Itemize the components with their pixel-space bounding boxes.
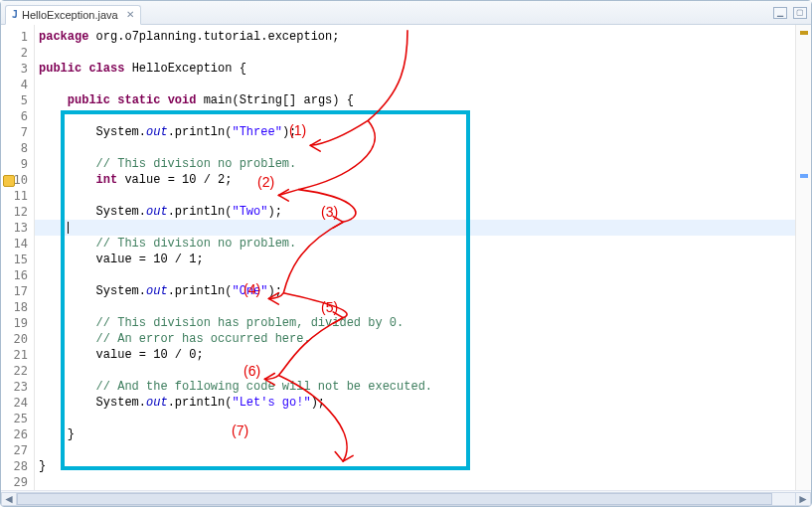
editor-body: 1234567891011121314151617181920212223242…: [1, 25, 811, 490]
line-number: 29: [1, 474, 34, 490]
code-line[interactable]: [35, 442, 811, 458]
code-line[interactable]: System.out.println("Two");: [35, 204, 811, 220]
line-number: 8: [1, 140, 34, 156]
code-line[interactable]: [35, 363, 811, 379]
line-number-gutter: 1234567891011121314151617181920212223242…: [1, 25, 35, 490]
horizontal-scrollbar[interactable]: ◄ ►: [1, 490, 811, 506]
line-number: 20: [1, 331, 34, 347]
code-line[interactable]: [35, 267, 811, 283]
overview-ruler[interactable]: [795, 25, 811, 490]
code-line[interactable]: // This division has problem, divided by…: [35, 315, 811, 331]
line-number: 25: [1, 411, 34, 426]
code-area[interactable]: package org.o7planning.tutorial.exceptio…: [35, 25, 811, 490]
line-number: 10: [1, 172, 34, 188]
code-line[interactable]: // And the following code will not be ex…: [35, 379, 811, 395]
code-line[interactable]: public static void main(String[] args) {: [35, 92, 811, 108]
line-number: 17: [1, 283, 34, 299]
line-number: 11: [1, 188, 34, 204]
file-tab-label: HelloException.java: [22, 9, 118, 21]
line-number: 1: [1, 29, 34, 45]
scroll-right-icon[interactable]: ►: [795, 492, 811, 506]
line-number: 6: [1, 108, 34, 124]
code-line[interactable]: int value = 10 / 2;: [35, 172, 811, 188]
code-line[interactable]: [35, 474, 811, 490]
code-line[interactable]: [35, 45, 811, 61]
code-line[interactable]: [35, 299, 811, 315]
line-number: 7: [1, 124, 34, 140]
code-line[interactable]: // This division no problem.: [35, 236, 811, 252]
code-line[interactable]: System.out.println("One");: [35, 283, 811, 299]
code-line[interactable]: value = 10 / 0;: [35, 347, 811, 363]
java-file-icon: J: [12, 9, 18, 20]
line-number: 26: [1, 426, 34, 442]
line-number: 12: [1, 204, 34, 220]
code-line[interactable]: [35, 108, 811, 124]
line-number: 13: [1, 220, 34, 236]
close-icon[interactable]: ✕: [126, 9, 134, 20]
line-number: 23: [1, 379, 34, 395]
code-line[interactable]: // An error has occurred here.: [35, 331, 811, 347]
titlebar: J HelloException.java ✕ ▁ ▢: [1, 1, 811, 25]
line-number: 27: [1, 442, 34, 458]
line-number: 16: [1, 267, 34, 283]
code-line[interactable]: System.out.println("Three");: [35, 124, 811, 140]
line-number: 2: [1, 45, 34, 61]
scroll-track[interactable]: [17, 492, 795, 506]
maximize-button[interactable]: ▢: [793, 7, 807, 19]
line-number: 24: [1, 395, 34, 411]
line-number: 15: [1, 252, 34, 267]
line-number: 4: [1, 77, 34, 92]
line-number: 3: [1, 61, 34, 77]
scroll-left-icon[interactable]: ◄: [1, 492, 17, 506]
editor-window: J HelloException.java ✕ ▁ ▢ 123456789101…: [0, 0, 812, 507]
code-line[interactable]: [35, 411, 811, 426]
code-line[interactable]: [35, 188, 811, 204]
code-line[interactable]: }: [35, 426, 811, 442]
code-line[interactable]: System.out.println("Let's go!");: [35, 395, 811, 411]
code-line[interactable]: value = 10 / 1;: [35, 252, 811, 267]
line-number: 22: [1, 363, 34, 379]
line-number: 14: [1, 236, 34, 252]
code-line[interactable]: // This division no problem.: [35, 156, 811, 172]
code-line[interactable]: [35, 140, 811, 156]
line-number: 18: [1, 299, 34, 315]
file-tab[interactable]: J HelloException.java ✕: [5, 5, 141, 25]
line-number: 19: [1, 315, 34, 331]
code-line[interactable]: }: [35, 458, 811, 474]
line-number: 28: [1, 458, 34, 474]
code-line[interactable]: [35, 77, 811, 92]
code-line[interactable]: public class HelloException {: [35, 61, 811, 77]
window-buttons: ▁ ▢: [773, 7, 807, 19]
code-line[interactable]: [35, 220, 811, 236]
minimize-button[interactable]: ▁: [773, 7, 787, 19]
line-number: 5: [1, 92, 34, 108]
scroll-thumb[interactable]: [17, 493, 772, 505]
line-number: 21: [1, 347, 34, 363]
line-number: 9: [1, 156, 34, 172]
code-line[interactable]: package org.o7planning.tutorial.exceptio…: [35, 29, 811, 45]
